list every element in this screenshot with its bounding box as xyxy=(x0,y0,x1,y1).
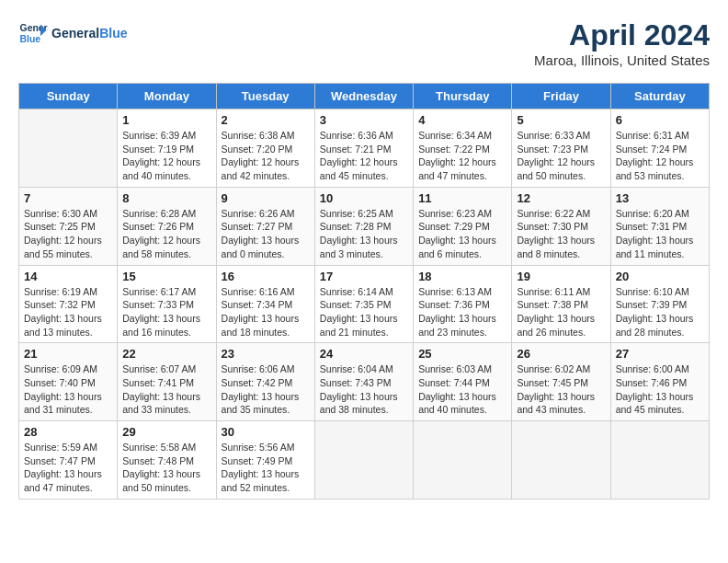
day-info: Sunrise: 6:23 AM Sunset: 7:29 PM Dayligh… xyxy=(418,207,506,261)
day-number: 13 xyxy=(616,191,704,205)
day-info: Sunrise: 6:07 AM Sunset: 7:41 PM Dayligh… xyxy=(122,362,210,417)
title-block: April 2024 Maroa, Illinois, United State… xyxy=(534,18,710,68)
day-number: 30 xyxy=(222,425,310,439)
day-number: 8 xyxy=(122,191,210,205)
calendar-title: April 2024 xyxy=(534,18,710,52)
day-number: 18 xyxy=(418,270,506,283)
calendar-table: SundayMondayTuesdayWednesdayThursdayFrid… xyxy=(18,83,710,500)
day-number: 3 xyxy=(320,113,408,127)
day-cell: 15Sunrise: 6:17 AM Sunset: 7:33 PM Dayli… xyxy=(118,265,216,343)
day-cell: 12Sunrise: 6:22 AM Sunset: 7:30 PM Dayli… xyxy=(512,187,610,265)
day-cell: 8Sunrise: 6:28 AM Sunset: 7:26 PM Daylig… xyxy=(118,187,216,265)
day-number: 25 xyxy=(418,347,506,361)
day-number: 9 xyxy=(222,191,310,205)
column-header-sunday: Sunday xyxy=(19,84,118,109)
week-row-4: 21Sunrise: 6:09 AM Sunset: 7:40 PM Dayli… xyxy=(19,343,710,421)
day-info: Sunrise: 6:38 AM Sunset: 7:20 PM Dayligh… xyxy=(222,129,310,183)
day-cell: 4Sunrise: 6:34 AM Sunset: 7:22 PM Daylig… xyxy=(414,109,512,188)
day-cell: 20Sunrise: 6:10 AM Sunset: 7:39 PM Dayli… xyxy=(610,265,709,343)
day-cell: 28Sunrise: 5:59 AM Sunset: 7:47 PM Dayli… xyxy=(19,421,118,500)
day-number: 15 xyxy=(122,270,210,283)
day-cell: 29Sunrise: 5:58 AM Sunset: 7:48 PM Dayli… xyxy=(118,421,216,500)
day-number: 21 xyxy=(24,347,112,361)
logo: General Blue GeneralBlue xyxy=(18,18,127,48)
column-header-monday: Monday xyxy=(118,84,216,109)
day-info: Sunrise: 5:58 AM Sunset: 7:48 PM Dayligh… xyxy=(122,441,210,495)
svg-text:Blue: Blue xyxy=(20,34,41,44)
column-header-wednesday: Wednesday xyxy=(314,84,413,109)
day-info: Sunrise: 6:04 AM Sunset: 7:43 PM Dayligh… xyxy=(320,362,408,417)
day-number: 16 xyxy=(222,270,310,283)
day-cell: 16Sunrise: 6:16 AM Sunset: 7:34 PM Dayli… xyxy=(216,265,314,343)
day-cell xyxy=(610,421,709,500)
day-info: Sunrise: 6:10 AM Sunset: 7:39 PM Dayligh… xyxy=(616,285,704,339)
day-info: Sunrise: 6:25 AM Sunset: 7:28 PM Dayligh… xyxy=(320,207,408,261)
week-row-5: 28Sunrise: 5:59 AM Sunset: 7:47 PM Dayli… xyxy=(19,421,710,500)
day-cell: 6Sunrise: 6:31 AM Sunset: 7:24 PM Daylig… xyxy=(610,109,709,188)
day-cell: 21Sunrise: 6:09 AM Sunset: 7:40 PM Dayli… xyxy=(19,343,118,421)
column-header-friday: Friday xyxy=(512,84,610,109)
day-info: Sunrise: 6:22 AM Sunset: 7:30 PM Dayligh… xyxy=(517,207,605,261)
day-number: 29 xyxy=(122,425,210,439)
day-info: Sunrise: 6:09 AM Sunset: 7:40 PM Dayligh… xyxy=(24,362,112,417)
calendar-header: SundayMondayTuesdayWednesdayThursdayFrid… xyxy=(19,84,710,109)
day-info: Sunrise: 6:20 AM Sunset: 7:31 PM Dayligh… xyxy=(616,207,704,261)
day-info: Sunrise: 6:11 AM Sunset: 7:38 PM Dayligh… xyxy=(517,285,605,339)
logo-icon: General Blue xyxy=(18,18,48,48)
day-cell: 18Sunrise: 6:13 AM Sunset: 7:36 PM Dayli… xyxy=(414,265,512,343)
logo-blue: Blue xyxy=(99,26,127,40)
day-cell: 3Sunrise: 6:36 AM Sunset: 7:21 PM Daylig… xyxy=(314,109,413,188)
day-number: 23 xyxy=(222,347,310,361)
day-number: 7 xyxy=(24,191,112,205)
week-row-3: 14Sunrise: 6:19 AM Sunset: 7:32 PM Dayli… xyxy=(19,265,710,343)
calendar-body: 1Sunrise: 6:39 AM Sunset: 7:19 PM Daylig… xyxy=(19,109,710,500)
day-cell: 5Sunrise: 6:33 AM Sunset: 7:23 PM Daylig… xyxy=(512,109,610,188)
day-cell: 9Sunrise: 6:26 AM Sunset: 7:27 PM Daylig… xyxy=(216,187,314,265)
day-number: 17 xyxy=(320,270,408,283)
day-info: Sunrise: 6:39 AM Sunset: 7:19 PM Dayligh… xyxy=(122,129,210,183)
day-info: Sunrise: 6:06 AM Sunset: 7:42 PM Dayligh… xyxy=(222,362,310,417)
day-cell: 22Sunrise: 6:07 AM Sunset: 7:41 PM Dayli… xyxy=(118,343,216,421)
day-info: Sunrise: 6:28 AM Sunset: 7:26 PM Dayligh… xyxy=(122,207,210,261)
day-number: 20 xyxy=(616,270,704,283)
logo-text: GeneralBlue xyxy=(51,26,127,40)
day-info: Sunrise: 5:59 AM Sunset: 7:47 PM Dayligh… xyxy=(24,441,112,495)
header-row: SundayMondayTuesdayWednesdayThursdayFrid… xyxy=(19,84,710,109)
day-number: 12 xyxy=(517,191,605,205)
day-number: 5 xyxy=(517,113,605,127)
day-cell: 2Sunrise: 6:38 AM Sunset: 7:20 PM Daylig… xyxy=(216,109,314,188)
day-info: Sunrise: 6:14 AM Sunset: 7:35 PM Dayligh… xyxy=(320,285,408,339)
day-number: 22 xyxy=(122,347,210,361)
day-info: Sunrise: 6:33 AM Sunset: 7:23 PM Dayligh… xyxy=(517,129,605,183)
day-number: 28 xyxy=(24,425,112,439)
day-cell: 13Sunrise: 6:20 AM Sunset: 7:31 PM Dayli… xyxy=(610,187,709,265)
day-number: 6 xyxy=(616,113,704,127)
day-cell xyxy=(512,421,610,500)
day-cell: 25Sunrise: 6:03 AM Sunset: 7:44 PM Dayli… xyxy=(414,343,512,421)
day-cell: 24Sunrise: 6:04 AM Sunset: 7:43 PM Dayli… xyxy=(314,343,413,421)
day-cell xyxy=(414,421,512,500)
day-info: Sunrise: 6:30 AM Sunset: 7:25 PM Dayligh… xyxy=(24,207,112,261)
logo-general: General xyxy=(51,26,99,40)
day-cell: 19Sunrise: 6:11 AM Sunset: 7:38 PM Dayli… xyxy=(512,265,610,343)
day-number: 11 xyxy=(418,191,506,205)
day-info: Sunrise: 6:19 AM Sunset: 7:32 PM Dayligh… xyxy=(24,285,112,339)
day-cell: 23Sunrise: 6:06 AM Sunset: 7:42 PM Dayli… xyxy=(216,343,314,421)
day-cell: 26Sunrise: 6:02 AM Sunset: 7:45 PM Dayli… xyxy=(512,343,610,421)
day-number: 10 xyxy=(320,191,408,205)
day-number: 4 xyxy=(418,113,506,127)
day-number: 14 xyxy=(24,270,112,283)
week-row-2: 7Sunrise: 6:30 AM Sunset: 7:25 PM Daylig… xyxy=(19,187,710,265)
day-number: 19 xyxy=(517,270,605,283)
day-info: Sunrise: 6:34 AM Sunset: 7:22 PM Dayligh… xyxy=(418,129,506,183)
day-info: Sunrise: 6:26 AM Sunset: 7:27 PM Dayligh… xyxy=(222,207,310,261)
day-cell: 11Sunrise: 6:23 AM Sunset: 7:29 PM Dayli… xyxy=(414,187,512,265)
day-number: 2 xyxy=(222,113,310,127)
week-row-1: 1Sunrise: 6:39 AM Sunset: 7:19 PM Daylig… xyxy=(19,109,710,188)
day-info: Sunrise: 6:13 AM Sunset: 7:36 PM Dayligh… xyxy=(418,285,506,339)
day-info: Sunrise: 5:56 AM Sunset: 7:49 PM Dayligh… xyxy=(222,441,310,495)
column-header-saturday: Saturday xyxy=(610,84,709,109)
day-cell xyxy=(19,109,118,188)
day-info: Sunrise: 6:02 AM Sunset: 7:45 PM Dayligh… xyxy=(517,362,605,417)
calendar-subtitle: Maroa, Illinois, United States xyxy=(534,52,710,68)
